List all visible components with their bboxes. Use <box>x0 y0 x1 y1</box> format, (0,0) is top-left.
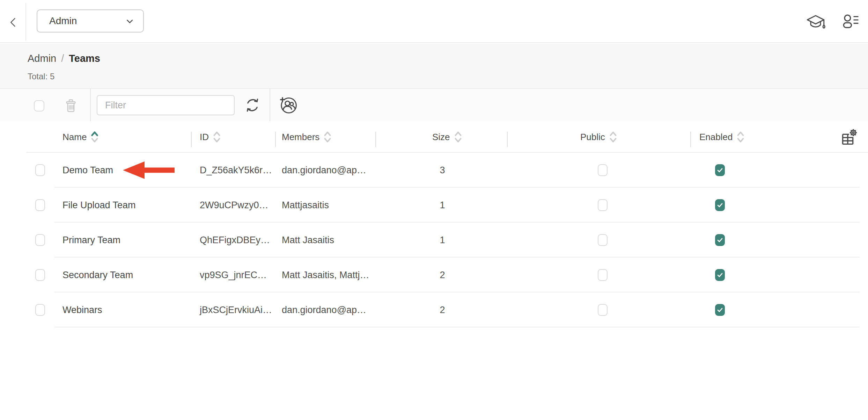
column-header-name[interactable]: Name <box>62 121 98 153</box>
row-checkbox[interactable] <box>35 199 45 211</box>
team-size: 3 <box>421 153 463 188</box>
column-divider <box>507 132 508 147</box>
table-header: NameIDMembersSizePublicEnabled <box>0 121 868 153</box>
chevron-down-icon <box>125 16 134 26</box>
enabled-checkbox[interactable] <box>715 269 725 281</box>
row-checkbox[interactable] <box>35 304 45 316</box>
team-members: Matt Jasaitis, Mattj… <box>282 258 369 292</box>
column-divider <box>375 132 376 147</box>
teams-table-body: Demo Team D_Z56akY5k6r… dan.giordano@ap…… <box>0 153 868 327</box>
check-icon <box>716 201 724 209</box>
graduation-cap-icon <box>806 13 825 30</box>
team-members: Mattjasaitis <box>282 188 329 223</box>
column-header-size[interactable]: Size <box>432 121 462 153</box>
sort-chevrons-icon <box>454 130 462 144</box>
sort-chevrons-icon <box>737 130 744 144</box>
team-size: 1 <box>421 188 463 223</box>
top-bar: Admin <box>0 0 868 43</box>
admin-nav-dropdown[interactable]: Admin <box>37 9 144 32</box>
breadcrumb-teams: Teams <box>69 53 100 64</box>
back-button[interactable] <box>6 15 21 30</box>
row-checkbox[interactable] <box>35 164 45 176</box>
breadcrumb-admin[interactable]: Admin <box>28 53 56 64</box>
account-button[interactable] <box>841 14 859 30</box>
column-label: Public <box>580 132 605 143</box>
user-list-icon <box>841 14 859 30</box>
add-team-icon <box>279 96 298 115</box>
delete-button[interactable] <box>64 98 78 113</box>
team-id: D_Z56akY5k6r… <box>200 153 272 188</box>
academy-button[interactable] <box>806 13 825 30</box>
column-label: Members <box>282 132 319 143</box>
toolbar-divider-1 <box>90 89 91 121</box>
row-checkbox[interactable] <box>35 234 45 246</box>
total-count: Total: 5 <box>28 72 54 81</box>
add-team-button[interactable] <box>279 96 298 115</box>
topbar-divider <box>25 3 26 41</box>
check-icon <box>716 271 724 279</box>
row-separator <box>54 327 860 327</box>
public-checkbox[interactable] <box>598 234 608 246</box>
team-members: Matt Jasaitis <box>282 223 334 258</box>
check-icon <box>716 306 724 314</box>
column-label: Name <box>62 132 87 143</box>
column-label: Size <box>432 132 450 143</box>
table-row[interactable]: Demo Team D_Z56akY5k6r… dan.giordano@ap…… <box>0 153 868 188</box>
team-id: 2W9uCPwzy0… <box>200 188 269 223</box>
filter-input[interactable] <box>97 95 235 115</box>
team-size: 2 <box>421 258 463 292</box>
configure-columns-button[interactable] <box>840 128 860 147</box>
column-header-members[interactable]: Members <box>282 121 331 153</box>
column-label: Enabled <box>699 132 733 143</box>
team-size: 2 <box>421 292 463 327</box>
team-name[interactable]: Secondary Team <box>62 258 133 292</box>
column-header-public[interactable]: Public <box>580 121 617 153</box>
toolbar-divider-2 <box>270 89 270 121</box>
table-row[interactable]: Primary Team QhEFigxDBEy… Matt Jasaitis … <box>0 223 868 258</box>
refresh-button[interactable] <box>244 97 260 113</box>
sort-chevrons-icon <box>609 130 617 144</box>
refresh-icon <box>244 97 260 113</box>
subheader-band: Admin / Teams Total: 5 <box>0 44 868 121</box>
column-label: ID <box>200 132 209 143</box>
column-header-id[interactable]: ID <box>200 121 221 153</box>
select-all-checkbox[interactable] <box>34 100 44 111</box>
team-name[interactable]: Demo Team <box>62 153 113 188</box>
toolbar <box>0 88 868 121</box>
column-divider <box>191 132 192 147</box>
enabled-checkbox[interactable] <box>715 234 725 246</box>
team-id: vp9SG_jnrEC… <box>200 258 267 292</box>
enabled-checkbox[interactable] <box>715 164 725 176</box>
nav-dropdown-value: Admin <box>49 15 77 27</box>
team-id: jBxSCjErvkiuAi… <box>200 292 272 327</box>
row-checkbox[interactable] <box>35 269 45 281</box>
public-checkbox[interactable] <box>598 199 608 211</box>
public-checkbox[interactable] <box>598 164 608 176</box>
team-id: QhEFigxDBEy… <box>200 223 270 258</box>
annotation-arrow-icon <box>123 161 175 179</box>
sort-chevrons-icon <box>213 130 221 144</box>
column-divider <box>690 132 691 147</box>
column-header-enabled[interactable]: Enabled <box>699 121 744 153</box>
team-members: dan.giordano@ap… <box>282 292 366 327</box>
team-name[interactable]: File Upload Team <box>62 188 136 223</box>
table-row[interactable]: File Upload Team 2W9uCPwzy0… Mattjasaiti… <box>0 188 868 223</box>
check-icon <box>716 236 724 244</box>
table-row[interactable]: Secondary Team vp9SG_jnrEC… Matt Jasaiti… <box>0 258 868 292</box>
sort-chevrons-icon <box>324 130 331 144</box>
table-gear-icon <box>840 128 860 147</box>
breadcrumb: Admin / Teams <box>28 53 100 64</box>
column-divider <box>275 132 276 147</box>
sort-chevrons-icon <box>91 130 98 144</box>
team-name[interactable]: Primary Team <box>62 223 120 258</box>
breadcrumb-separator: / <box>61 53 64 64</box>
team-name[interactable]: Webinars <box>62 292 102 327</box>
team-members: dan.giordano@ap… <box>282 153 366 188</box>
check-icon <box>716 166 724 174</box>
team-size: 1 <box>421 223 463 258</box>
public-checkbox[interactable] <box>598 269 608 281</box>
enabled-checkbox[interactable] <box>715 199 725 211</box>
enabled-checkbox[interactable] <box>715 304 725 316</box>
table-row[interactable]: Webinars jBxSCjErvkiuAi… dan.giordano@ap… <box>0 292 868 327</box>
public-checkbox[interactable] <box>598 304 608 316</box>
